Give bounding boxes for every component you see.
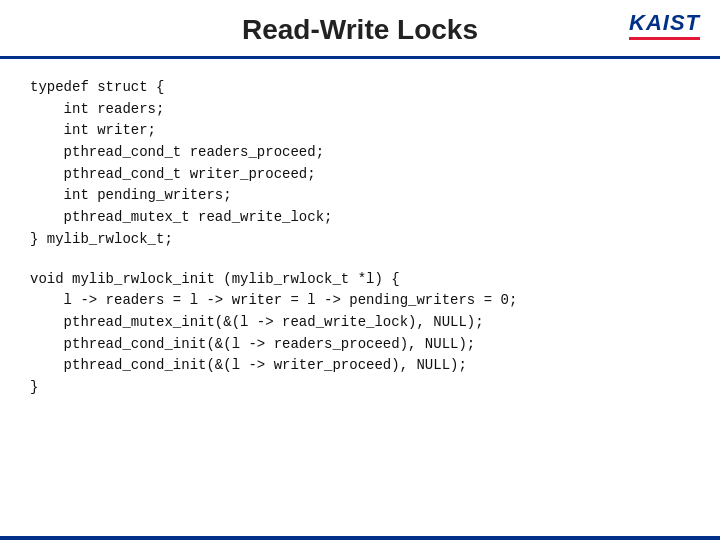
logo-text: KAIST (629, 10, 700, 36)
logo-underline (629, 37, 700, 40)
code-block-1: typedef struct { int readers; int writer… (30, 77, 690, 251)
footer-line (0, 536, 720, 540)
slide-title: Read-Write Locks (20, 14, 700, 46)
slide: Read-Write Locks KAIST typedef struct { … (0, 0, 720, 540)
slide-content: typedef struct { int readers; int writer… (0, 59, 720, 536)
code-block-2: void mylib_rwlock_init (mylib_rwlock_t *… (30, 269, 690, 399)
kaist-logo: KAIST (629, 10, 700, 40)
slide-header: Read-Write Locks KAIST (0, 0, 720, 59)
